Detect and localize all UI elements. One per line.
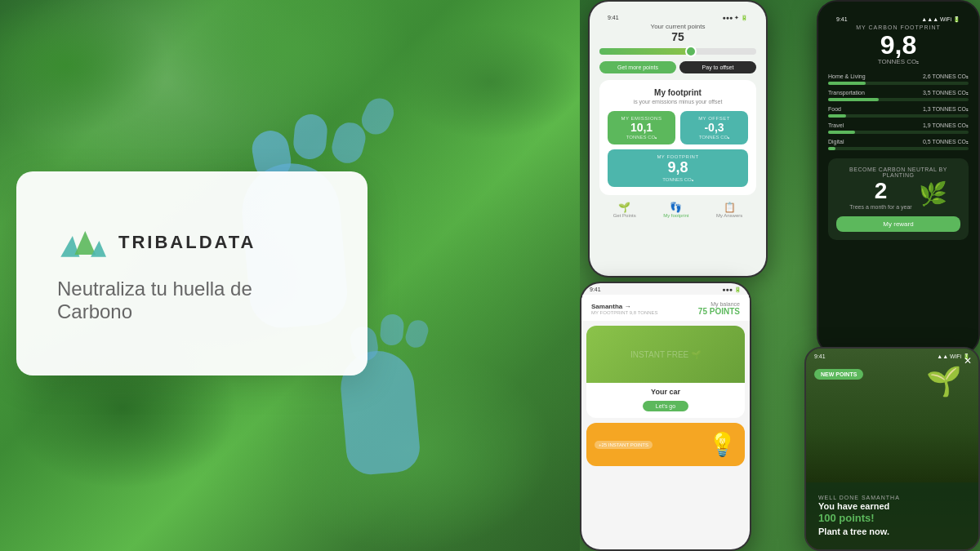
carbon-unit: TONNES CO₂ bbox=[828, 58, 969, 65]
my-reward-button[interactable]: My reward bbox=[836, 216, 960, 232]
phone3-time: 9:41 bbox=[590, 287, 601, 293]
bar-transport-fill bbox=[828, 98, 879, 101]
plant-icon: 🌱 bbox=[926, 365, 962, 398]
footprint-box-value: 9,8 bbox=[612, 159, 743, 176]
carbon-bars: Home & Living 2,6 TONNES CO₂ Transportat… bbox=[828, 73, 969, 150]
bar-digital-label: Digital 0,5 TONNES CO₂ bbox=[828, 139, 969, 145]
bar-travel-label: Travel 1,9 TONNES CO₂ bbox=[828, 122, 969, 129]
well-done-text: WELL DONE SAMANTHA bbox=[818, 495, 966, 500]
bottom-nav-phone1: 🌱 Get Points 👣 My footprint 📋 My Answers bbox=[599, 202, 756, 218]
car-card-image: INSTANT FREE 🌱 bbox=[586, 326, 745, 383]
phone3-username: Samantha → bbox=[591, 303, 658, 310]
phone3-status: 9:41 ●●● 🔋 bbox=[581, 283, 750, 295]
bar-digital: Digital 0,5 TONNES CO₂ bbox=[828, 139, 969, 150]
my-emissions-box: MY EMISSIONS 10,1 TONNES CO₂ bbox=[608, 111, 675, 144]
bar-transport: Transportation 3,5 TONNES CO₂ bbox=[828, 90, 969, 101]
points-notification-overlay: WELL DONE SAMANTHA You have earned 100 p… bbox=[806, 482, 978, 549]
close-button[interactable]: ✕ bbox=[964, 355, 972, 367]
bar-food-label: Food 1,3 TONNES CO₂ bbox=[828, 106, 969, 113]
footprint-card: My footprint is your emissions minus you… bbox=[599, 80, 756, 195]
emissions-offset-row: MY EMISSIONS 10,1 TONNES CO₂ MY OFFSET -… bbox=[608, 111, 748, 144]
phone1-status: 9:41 ●●● ✦ 🔋 bbox=[599, 11, 756, 23]
phone3-user-info: Samantha → MY FOOTPRINT 9,8 TONNES bbox=[591, 303, 658, 315]
svg-marker-2 bbox=[91, 240, 106, 256]
status-signal: ●●● ✦ 🔋 bbox=[722, 15, 748, 21]
nav-my-footprint[interactable]: 👣 My footprint bbox=[663, 202, 688, 218]
instant-free-badge: INSTANT FREE 🌱 bbox=[630, 350, 701, 359]
bar-home-label: Home & Living 2,6 TONNES CO₂ bbox=[828, 73, 969, 80]
bar-food-fill bbox=[828, 114, 846, 118]
footprint-card-title: My footprint bbox=[608, 88, 748, 97]
progress-indicator bbox=[685, 46, 697, 57]
neutral-title: BECOME CARBON NEUTRAL BY PLANTING bbox=[836, 167, 960, 178]
phone3-footprint: MY FOOTPRINT 9,8 TONNES bbox=[591, 310, 658, 315]
new-points-badge: NEW POINTS bbox=[814, 365, 863, 384]
bar-food-track bbox=[828, 114, 969, 118]
phone-notification: 🌱 9:41 ▲▲ WiFi 🔋 NEW POINTS ✕ WELL DONE … bbox=[804, 347, 980, 551]
plant-cta: Plant a tree now. bbox=[818, 527, 889, 536]
neutral-sub: Trees a month for a year bbox=[849, 204, 911, 210]
phone-app-cards: 9:41 ●●● 🔋 Samantha → MY FOOTPRINT 9,8 T… bbox=[580, 282, 751, 551]
my-offset-box: MY OFFSET -0,3 TONNES CO₂ bbox=[680, 111, 748, 144]
points-section: Your current points 75 bbox=[599, 23, 756, 43]
carbon-title: MY CARBON FOOTPRINT bbox=[828, 24, 969, 30]
brand-card: TRIBALDATA Neutraliza tu huella de Carbo… bbox=[16, 171, 368, 375]
car-card: INSTANT FREE 🌱 Your car Let's go bbox=[586, 326, 745, 418]
points-card: +25 INSTANT POINTS 💡 bbox=[586, 423, 745, 466]
offset-value: -0,3 bbox=[685, 121, 743, 134]
lightbulb-icon: 💡 bbox=[708, 431, 737, 458]
phone3-screen: 9:41 ●●● 🔋 Samantha → MY FOOTPRINT 9,8 T… bbox=[581, 283, 750, 549]
right-panel: 9:41 ●●● ✦ 🔋 Your current points 75 Get … bbox=[580, 0, 980, 551]
bar-digital-track bbox=[828, 147, 969, 150]
carbon-value: 9,8 bbox=[828, 32, 969, 58]
instant-points-badge: +25 INSTANT POINTS bbox=[595, 441, 653, 449]
left-panel: TRIBALDATA Neutraliza tu huella de Carbo… bbox=[0, 0, 580, 551]
my-footprint-box: MY FOOTPRINT 9,8 TONNES CO₂ bbox=[608, 149, 748, 187]
footprint-box-unit: TONNES CO₂ bbox=[612, 176, 743, 182]
pay-to-offset-button[interactable]: Pay to offset bbox=[679, 61, 756, 73]
nav-get-points[interactable]: 🌱 Get Points bbox=[613, 202, 636, 218]
points-value: 75 bbox=[599, 30, 756, 43]
phone-carbon-details: 9:41 ▲▲▲ WiFi 🔋 MY CARBON FOOTPRINT 9,8 … bbox=[817, 0, 980, 355]
progress-bar bbox=[599, 48, 756, 55]
phone3-header: Samantha → MY FOOTPRINT 9,8 TONNES My ba… bbox=[581, 295, 750, 321]
phone4-time: 9:41 bbox=[814, 353, 826, 359]
brand-name: TRIBALDATA bbox=[118, 232, 256, 253]
balance-value: 75 POINTS bbox=[698, 307, 740, 316]
car-card-title: Your car bbox=[586, 383, 745, 398]
progress-fill bbox=[599, 48, 693, 55]
phone3-balance: My balance 75 POINTS bbox=[698, 301, 740, 316]
bar-digital-fill bbox=[828, 147, 835, 150]
logo-area: TRIBALDATA bbox=[57, 224, 256, 261]
status-time: 9:41 bbox=[608, 15, 619, 21]
status-time-dark: 9:41 bbox=[836, 16, 848, 23]
bar-travel-fill bbox=[828, 131, 855, 134]
bar-home-track bbox=[828, 82, 969, 85]
points-label: Your current points bbox=[599, 23, 756, 30]
bar-transport-label: Transportation 3,5 TONNES CO₂ bbox=[828, 90, 969, 96]
balance-label: My balance bbox=[710, 301, 740, 307]
earned-text: You have earned 100 points! Plant a tree… bbox=[818, 500, 966, 537]
svg-marker-1 bbox=[74, 230, 96, 254]
phone-footprint-overview: 9:41 ●●● ✦ 🔋 Your current points 75 Get … bbox=[588, 0, 768, 278]
footprint-card-subtitle: is your emissions minus your offset bbox=[608, 99, 748, 104]
status-signal-dark: ▲▲▲ WiFi 🔋 bbox=[921, 16, 960, 23]
emissions-value: 10,1 bbox=[612, 121, 670, 134]
bar-travel-track bbox=[828, 131, 969, 134]
phone1-screen: 9:41 ●●● ✦ 🔋 Your current points 75 Get … bbox=[590, 2, 766, 276]
earned-line1: You have earned bbox=[818, 501, 889, 511]
action-buttons: Get more points Pay to offset bbox=[599, 61, 756, 73]
bar-home: Home & Living 2,6 TONNES CO₂ bbox=[828, 73, 969, 85]
nav-my-answers[interactable]: 📋 My Answers bbox=[716, 202, 742, 218]
points-amount: 100 points! bbox=[818, 512, 875, 524]
emissions-unit: TONNES CO₂ bbox=[612, 134, 670, 140]
phone2-screen: 9:41 ▲▲▲ WiFi 🔋 MY CARBON FOOTPRINT 9,8 … bbox=[818, 2, 978, 353]
phone2-status: 9:41 ▲▲▲ WiFi 🔋 bbox=[828, 13, 969, 24]
lets-go-button[interactable]: Let's go bbox=[643, 401, 688, 411]
tagline: Neutraliza tu huella de Carbono bbox=[57, 278, 327, 323]
bar-transport-track bbox=[828, 98, 969, 101]
tribaldata-logo bbox=[57, 224, 106, 261]
instant-points-info: +25 INSTANT POINTS bbox=[595, 441, 653, 449]
get-more-points-button[interactable]: Get more points bbox=[599, 61, 676, 73]
carbon-neutral-card: BECOME CARBON NEUTRAL BY PLANTING 2 Tree… bbox=[828, 158, 969, 240]
